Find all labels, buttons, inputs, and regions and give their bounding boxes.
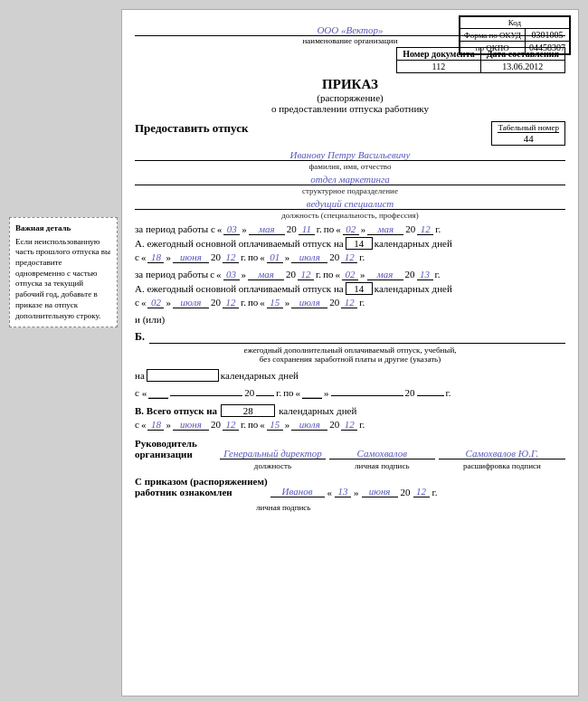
period2-s: с bbox=[210, 269, 214, 279]
main-document: Код Форма по ОКУД 0301005 по ОКПО 044583… bbox=[121, 9, 579, 696]
b-sublabel: ежегодный дополнительный оплачиваемый от… bbox=[135, 346, 565, 364]
dv-tc: » bbox=[285, 419, 290, 430]
worker-q1: « bbox=[327, 487, 333, 497]
signature-section: Руководитель организации Генеральный дир… bbox=[135, 438, 565, 470]
period1-from-q: « bbox=[217, 223, 223, 234]
period1-to-q: « bbox=[336, 223, 341, 234]
period2-tm: мая bbox=[367, 269, 403, 280]
worker-month: июня bbox=[362, 486, 398, 497]
da1-g2: г. bbox=[359, 251, 365, 262]
period1-to-month: мая bbox=[367, 223, 403, 235]
da1-fy: 12 bbox=[223, 251, 239, 263]
position-value: ведущий специалист bbox=[307, 198, 394, 209]
bd-po: по bbox=[283, 387, 293, 398]
position-field: ведущий специалист bbox=[135, 198, 565, 210]
worker-year: 12 bbox=[413, 486, 430, 497]
type-a1-days: 14 bbox=[346, 237, 373, 250]
bd-m1 bbox=[170, 395, 242, 396]
type-a1-label: А. ежегодный основной оплачиваемый отпус… bbox=[135, 238, 344, 249]
okpo-label: по ОКПО bbox=[460, 42, 525, 54]
period2-za: за период работы bbox=[135, 269, 208, 279]
sig-rasshifrovka-value: Самохвалов Ю.Г. bbox=[439, 448, 565, 459]
bd-g1: г. bbox=[276, 387, 281, 398]
da2-g1: г. bbox=[241, 297, 246, 308]
da2-g2: г. bbox=[359, 297, 365, 308]
da1-po: по bbox=[248, 251, 258, 262]
period1-to-yp: 20 bbox=[405, 223, 415, 234]
sig-lichnaya-value: Самохвалов bbox=[329, 448, 435, 459]
period2-fm: мая bbox=[248, 269, 284, 280]
section-b-row: Б. bbox=[135, 330, 565, 344]
dv-fyp: 20 bbox=[211, 419, 221, 430]
da2-td: 15 bbox=[267, 297, 283, 308]
period2-row: за период работы с «03» мая 2012 г. по «… bbox=[135, 269, 565, 280]
da1-ty: 12 bbox=[341, 251, 357, 263]
period2-g2: г. bbox=[435, 269, 441, 279]
da1-g1: г. bbox=[241, 251, 246, 262]
and-or-text: и (или) bbox=[135, 314, 165, 325]
sig-sub-row: должность личная подпись расшифровка под… bbox=[135, 461, 565, 470]
period2-tq: « bbox=[336, 269, 341, 279]
tabel-box: Табельный номер 44 bbox=[491, 121, 565, 146]
okud-label: Форма по ОКУД bbox=[460, 29, 525, 42]
doc-number-value: 112 bbox=[397, 61, 481, 73]
period1-g2: г. bbox=[435, 223, 441, 234]
dv-typ: 20 bbox=[329, 419, 339, 430]
dv-g1: г. bbox=[241, 419, 246, 430]
worker-day: 13 bbox=[335, 486, 351, 497]
da1-tq: « bbox=[260, 251, 265, 262]
fio-field: Иванову Петру Васильевичу bbox=[135, 149, 565, 161]
period2-fd: 03 bbox=[223, 269, 240, 280]
sidebar-note-text: Если неиспользованную часть прошлого отп… bbox=[15, 237, 111, 322]
da1-fc: » bbox=[166, 251, 171, 262]
period2-typ: 20 bbox=[405, 269, 415, 279]
worker-label2: работник ознакомлен bbox=[135, 487, 232, 497]
period1-from-month: мая bbox=[249, 223, 285, 235]
type-a2-days: 14 bbox=[346, 282, 373, 295]
period1-za: за период работы с bbox=[135, 223, 215, 234]
b-sublabel2: без сохранения заработной платы и другие… bbox=[260, 355, 441, 364]
period2-fyp: 20 bbox=[286, 269, 296, 279]
bd-y2 bbox=[417, 395, 444, 396]
da2-fm: июля bbox=[173, 297, 209, 308]
dv-tq: « bbox=[260, 419, 265, 430]
b-line bbox=[149, 343, 565, 344]
bd-s: с « bbox=[135, 387, 147, 398]
da2-typ: 20 bbox=[329, 297, 339, 308]
da2-fc: » bbox=[166, 297, 171, 308]
worker-row: С приказом (распоряжением) работник озна… bbox=[135, 476, 565, 497]
dv-fd: 18 bbox=[147, 419, 164, 431]
sig-dolzhnost-label: должность bbox=[220, 461, 326, 470]
sig-rasshifrovka-label: расшифровка подписи bbox=[439, 461, 565, 470]
da1-fd: 18 bbox=[147, 251, 164, 263]
department-field: отдел маркетинга bbox=[135, 174, 565, 185]
blank-date-row: с « ____ 20 г. по « ____ » 20 г. bbox=[135, 387, 565, 399]
date-v-row: с «18» июня 2012 г. по «15» июля 2012 г. bbox=[135, 419, 565, 431]
department-label: структурное подразделение bbox=[135, 186, 565, 195]
position-label: должность (специальность, профессия) bbox=[135, 211, 565, 220]
na-suffix: календарных дней bbox=[221, 370, 299, 381]
period1-to-day: 02 bbox=[343, 223, 359, 235]
type-a1-suffix: календарных дней bbox=[375, 238, 452, 249]
period2-fc: » bbox=[242, 269, 247, 279]
period1-po: по bbox=[324, 223, 334, 234]
section-header: Предоставить отпуск Табельный номер 44 bbox=[135, 121, 565, 146]
da2-ty: 12 bbox=[341, 297, 357, 308]
section-provide-label: Предоставить отпуск bbox=[135, 121, 248, 136]
fio-label: фамилия, имя, отчество bbox=[135, 162, 565, 171]
b-label: Б. bbox=[135, 330, 146, 344]
da1-fyp: 20 bbox=[211, 251, 221, 262]
bd-g2: г. bbox=[446, 387, 451, 398]
worker-g: г. bbox=[432, 487, 438, 497]
bd-d2: ____ bbox=[302, 387, 322, 399]
period2-g1: г. bbox=[316, 269, 321, 279]
type-a2-row: А. ежегодный основной оплачиваемый отпус… bbox=[135, 282, 565, 295]
period2-td: 02 bbox=[342, 269, 358, 280]
worker-section: С приказом (распоряжением) работник озна… bbox=[135, 476, 565, 512]
bd-yp2: 20 bbox=[405, 387, 415, 398]
period2-ty: 13 bbox=[417, 269, 433, 280]
period1-g1: г. bbox=[317, 223, 322, 234]
tabel-value: 44 bbox=[498, 133, 559, 144]
v-suffix: календарных дней bbox=[279, 405, 356, 416]
period1-from-day: 03 bbox=[223, 223, 240, 235]
